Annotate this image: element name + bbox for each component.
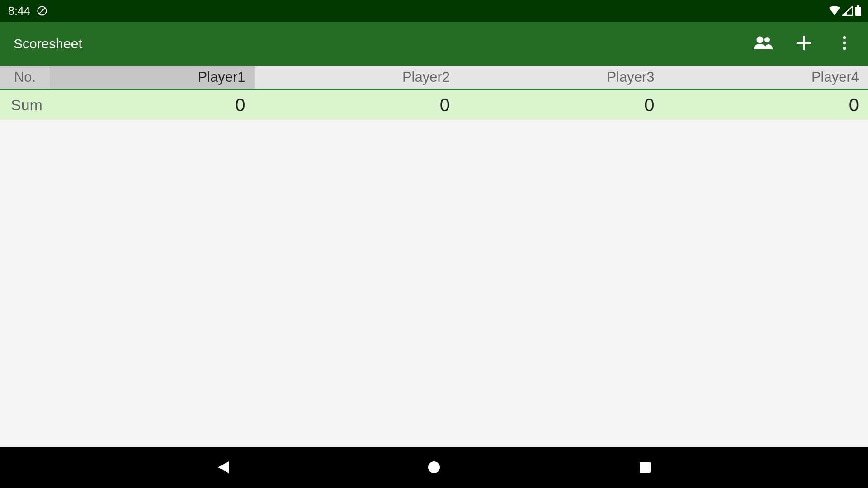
svg-point-4 [757,37,764,43]
header-player4-label: Player4 [811,69,859,85]
wifi-icon [829,6,840,16]
screen: 8:44 [0,0,868,488]
battery-icon [855,5,862,16]
svg-point-8 [843,36,846,39]
nav-bar [0,447,868,488]
app-bar: Scoresheet [0,22,868,66]
status-right [829,5,862,16]
sum-player3: 0 [459,95,664,115]
add-button[interactable] [794,34,814,54]
svg-rect-12 [640,462,651,473]
nav-recent-button[interactable] [632,454,659,481]
nav-back-button[interactable] [209,454,236,481]
do-not-disturb-icon [37,5,47,16]
header-player1[interactable]: Player1 [50,66,255,89]
header-player1-label: Player1 [198,69,245,85]
more-vert-icon [842,35,847,52]
back-triangle-icon [216,460,230,476]
people-icon [753,36,774,52]
sum-player2: 0 [255,95,459,115]
overflow-menu-button[interactable] [835,34,854,54]
content-area[interactable] [0,120,868,447]
svg-point-5 [764,37,770,42]
svg-point-9 [843,42,846,44]
svg-rect-3 [857,5,859,7]
header-player2-label: Player2 [402,69,450,85]
app-bar-actions [753,34,859,54]
sum-label: Sum [0,96,50,114]
svg-rect-7 [797,42,811,44]
cell-signal-icon [842,6,853,16]
app-title: Scoresheet [14,36,82,52]
sum-row: Sum 0 0 0 0 [0,90,868,120]
players-button[interactable] [753,34,773,54]
nav-home-button[interactable] [420,454,448,481]
plus-icon [796,35,812,52]
header-player3-label: Player3 [607,69,654,85]
header-player3[interactable]: Player3 [459,66,664,89]
header-player4[interactable]: Player4 [664,66,868,89]
status-time: 8:44 [8,5,30,18]
svg-line-1 [39,8,45,14]
home-circle-icon [427,460,441,475]
svg-point-11 [428,461,440,473]
recent-square-icon [639,461,651,474]
header-player2[interactable]: Player2 [255,66,459,89]
sum-player4: 0 [664,95,868,115]
status-bar: 8:44 [0,0,868,22]
svg-rect-2 [855,7,861,16]
svg-point-10 [843,47,846,50]
sum-player1: 0 [50,95,255,115]
status-left: 8:44 [8,5,47,18]
table-header-row: No. Player1 Player2 Player3 Player4 [0,66,868,90]
header-no-column: No. [0,66,50,89]
